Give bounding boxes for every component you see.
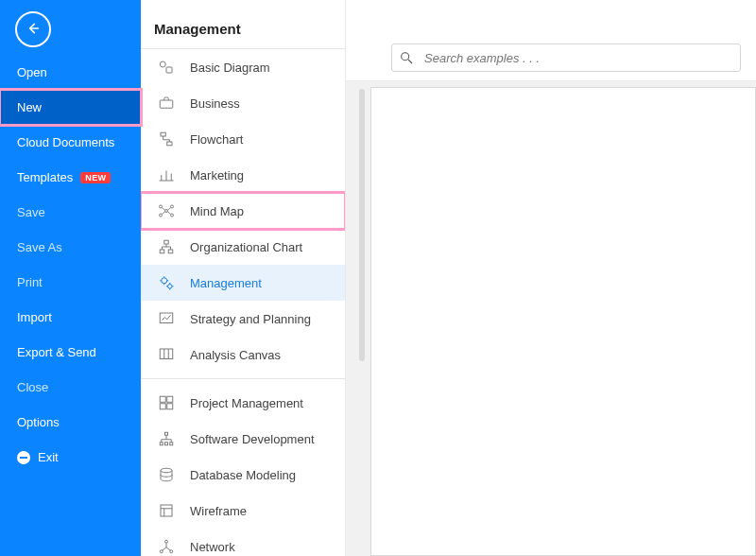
network-icon bbox=[158, 538, 175, 555]
svg-rect-20 bbox=[160, 313, 173, 323]
svg-rect-16 bbox=[160, 250, 164, 253]
svg-rect-5 bbox=[167, 142, 172, 146]
category-flowchart[interactable]: Flowchart bbox=[141, 121, 345, 157]
sidebar-item-new[interactable]: New bbox=[0, 90, 141, 125]
svg-line-40 bbox=[408, 60, 412, 63]
sidebar-item-options[interactable]: Options bbox=[0, 405, 141, 440]
category-label: Flowchart bbox=[190, 132, 243, 147]
template-preview-area bbox=[346, 81, 756, 556]
svg-rect-27 bbox=[167, 404, 173, 409]
svg-rect-2 bbox=[166, 67, 172, 73]
category-label: Marketing bbox=[190, 168, 244, 182]
category-list[interactable]: Basic Diagram Business Flowchart Marketi… bbox=[141, 49, 345, 556]
sidebar-item-label: Print bbox=[17, 275, 43, 289]
tree-icon bbox=[158, 430, 175, 447]
svg-point-14 bbox=[171, 214, 174, 217]
category-org-chart[interactable]: Organizational Chart bbox=[141, 229, 345, 265]
category-business[interactable]: Business bbox=[141, 85, 345, 121]
category-management[interactable]: Management bbox=[141, 265, 345, 301]
category-marketing[interactable]: Marketing bbox=[141, 157, 345, 193]
sidebar-item-label: Close bbox=[17, 380, 48, 394]
sidebar-item-save-as[interactable]: Save As bbox=[0, 230, 141, 265]
category-mind-map[interactable]: Mind Map bbox=[141, 193, 345, 229]
org-chart-icon bbox=[158, 238, 175, 255]
svg-point-13 bbox=[171, 205, 174, 208]
wireframe-icon bbox=[158, 502, 175, 519]
sidebar-item-label: Import bbox=[17, 310, 52, 324]
svg-point-18 bbox=[162, 278, 167, 284]
sidebar-item-close[interactable]: Close bbox=[0, 370, 141, 405]
svg-rect-30 bbox=[165, 443, 168, 445]
category-label: Strategy and Planning bbox=[190, 312, 311, 326]
sidebar-item-save[interactable]: Save bbox=[0, 195, 141, 230]
gears-icon bbox=[158, 274, 175, 291]
category-label: Business bbox=[190, 96, 240, 111]
category-divider bbox=[141, 378, 345, 379]
svg-rect-4 bbox=[161, 132, 165, 136]
sidebar-item-import[interactable]: Import bbox=[0, 300, 141, 335]
category-label: Software Development bbox=[190, 432, 315, 446]
category-project-management[interactable]: Project Management bbox=[141, 385, 345, 421]
main-panel bbox=[346, 0, 756, 556]
search-wrap bbox=[391, 43, 741, 72]
sidebar-item-export-send[interactable]: Export & Send bbox=[0, 335, 141, 370]
category-network[interactable]: Network bbox=[141, 529, 345, 556]
svg-point-39 bbox=[402, 53, 409, 61]
shapes-icon bbox=[158, 59, 175, 76]
category-strategy[interactable]: Strategy and Planning bbox=[141, 301, 345, 337]
category-analysis-canvas[interactable]: Analysis Canvas bbox=[141, 337, 345, 373]
svg-rect-33 bbox=[161, 505, 172, 516]
category-label: Management bbox=[190, 276, 262, 290]
svg-point-19 bbox=[168, 285, 173, 289]
sidebar-item-templates[interactable]: Templates NEW bbox=[0, 160, 141, 195]
category-software-development[interactable]: Software Development bbox=[141, 421, 345, 457]
category-database-modeling[interactable]: Database Modeling bbox=[141, 457, 345, 493]
svg-point-11 bbox=[160, 205, 163, 208]
svg-rect-29 bbox=[160, 443, 163, 445]
sidebar-item-label: Cloud Documents bbox=[17, 135, 114, 149]
category-label: Project Management bbox=[190, 396, 303, 410]
sidebar-item-label: Export & Send bbox=[17, 345, 96, 359]
sidebar-item-cloud-documents[interactable]: Cloud Documents bbox=[0, 125, 141, 160]
arrow-left-icon bbox=[26, 21, 41, 39]
svg-rect-3 bbox=[160, 100, 173, 108]
svg-rect-25 bbox=[167, 396, 173, 402]
svg-point-32 bbox=[161, 468, 172, 473]
search-input[interactable] bbox=[391, 43, 741, 72]
category-label: Basic Diagram bbox=[190, 61, 270, 75]
grid-icon bbox=[158, 394, 175, 411]
category-label: Mind Map bbox=[190, 204, 244, 218]
sidebar-item-print[interactable]: Print bbox=[0, 265, 141, 300]
svg-point-10 bbox=[165, 210, 168, 213]
back-button[interactable] bbox=[15, 11, 51, 47]
sidebar-item-label: Templates bbox=[17, 170, 73, 184]
category-basic-diagram[interactable]: Basic Diagram bbox=[141, 49, 345, 85]
sidebar-item-exit[interactable]: Exit bbox=[0, 440, 141, 475]
scrollbar-hint[interactable] bbox=[359, 89, 365, 361]
category-wireframe[interactable]: Wireframe bbox=[141, 493, 345, 529]
sidebar-item-open[interactable]: Open bbox=[0, 55, 141, 90]
category-label: Database Modeling bbox=[190, 468, 296, 482]
bar-chart-icon bbox=[158, 166, 175, 183]
sidebar-item-label: New bbox=[17, 100, 42, 114]
category-label: Organizational Chart bbox=[190, 240, 302, 254]
main-header bbox=[346, 0, 756, 81]
canvas-icon bbox=[158, 346, 175, 363]
template-preview-card[interactable] bbox=[370, 87, 756, 556]
mindmap-icon bbox=[158, 202, 175, 219]
svg-rect-26 bbox=[160, 404, 165, 409]
svg-rect-21 bbox=[160, 349, 173, 359]
sidebar-item-label: Options bbox=[17, 415, 60, 429]
file-menu-sidebar: Open New Cloud Documents Templates NEW S… bbox=[0, 0, 141, 556]
sidebar-item-label: Exit bbox=[38, 450, 59, 464]
svg-point-12 bbox=[160, 214, 163, 217]
database-icon bbox=[158, 466, 175, 483]
category-panel: Management Basic Diagram Business Flowch… bbox=[141, 0, 346, 556]
svg-rect-24 bbox=[160, 396, 165, 402]
category-label: Analysis Canvas bbox=[190, 348, 281, 362]
sidebar-item-label: Open bbox=[17, 65, 47, 79]
search-icon bbox=[399, 50, 414, 65]
flowchart-icon bbox=[158, 130, 175, 148]
category-header: Management bbox=[141, 0, 345, 49]
svg-point-1 bbox=[160, 61, 165, 67]
